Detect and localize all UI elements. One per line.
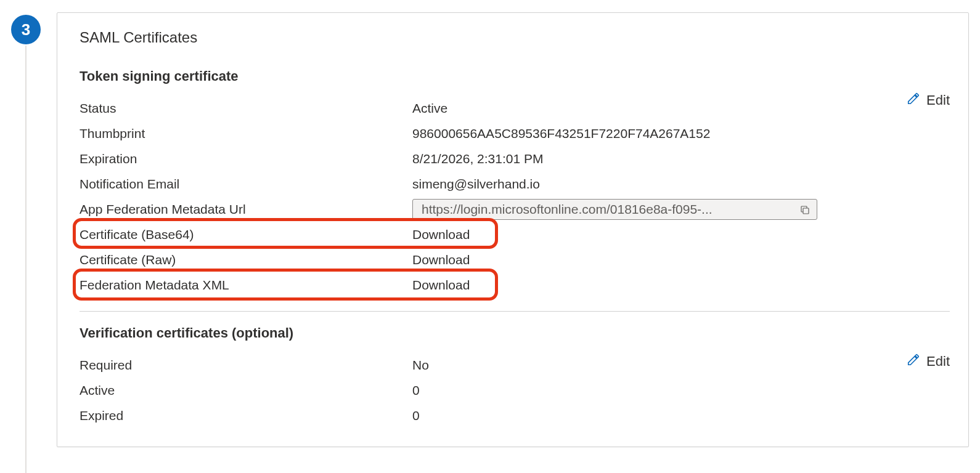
row-cert-base64: Certificate (Base64) Download [80,222,950,247]
edit-token-signing-button[interactable]: Edit [907,92,950,109]
active-value: 0 [412,383,420,398]
step-connector-line [25,46,27,473]
row-thumbprint: Thumbprint 986000656AA5C89536F43251F7220… [80,121,950,146]
row-status: Status Active [80,95,950,121]
status-label: Status [80,101,412,116]
step-number: 3 [22,20,30,39]
metadata-url-label: App Federation Metadata Url [80,202,412,217]
step-number-badge: 3 [11,15,41,44]
cert-raw-label: Certificate (Raw) [80,253,412,267]
row-fed-metadata-xml: Federation Metadata XML Download [80,272,950,297]
row-metadata-url: App Federation Metadata Url https://logi… [80,196,950,222]
edit-verification-button[interactable]: Edit [907,353,950,370]
pencil-icon [907,92,920,109]
notification-email-label: Notification Email [80,177,412,192]
row-active: Active 0 [80,378,950,403]
row-notification-email: Notification Email simeng@silverhand.io [80,171,950,196]
token-signing-title: Token signing certificate [80,68,950,84]
metadata-url-box[interactable]: https://login.microsoftonline.com/01816e… [412,199,817,220]
expiration-value: 8/21/2026, 2:31:01 PM [412,152,544,166]
row-expiration: Expiration 8/21/2026, 2:31:01 PM [80,146,950,171]
pencil-icon [907,353,920,370]
edit-label: Edit [926,92,950,108]
row-required: Required No [80,352,950,378]
edit-label: Edit [926,354,950,370]
card-title: SAML Certificates [80,29,950,46]
copy-icon[interactable] [799,204,811,215]
thumbprint-label: Thumbprint [80,126,412,141]
row-expired: Expired 0 [80,403,950,428]
active-label: Active [80,383,412,398]
cert-base64-label: Certificate (Base64) [80,227,412,242]
required-value: No [412,358,429,373]
cert-raw-download-link[interactable]: Download [412,253,470,267]
saml-certificates-card: SAML Certificates Edit Token signing cer… [57,12,969,447]
metadata-url-value: https://login.microsoftonline.com/01816e… [422,202,791,217]
status-value: Active [412,101,447,116]
expired-label: Expired [80,408,412,423]
verification-title: Verification certificates (optional) [80,325,950,341]
section-divider [80,311,950,312]
fed-metadata-xml-label: Federation Metadata XML [80,278,412,293]
required-label: Required [80,358,412,373]
svg-rect-0 [803,208,809,214]
expired-value: 0 [412,408,420,423]
notification-email-value: simeng@silverhand.io [412,177,540,192]
thumbprint-value: 986000656AA5C89536F43251F7220F74A267A152 [412,126,710,141]
cert-base64-download-link[interactable]: Download [412,227,470,242]
fed-metadata-xml-download-link[interactable]: Download [412,278,470,293]
row-cert-raw: Certificate (Raw) Download [80,247,950,272]
expiration-label: Expiration [80,152,412,166]
